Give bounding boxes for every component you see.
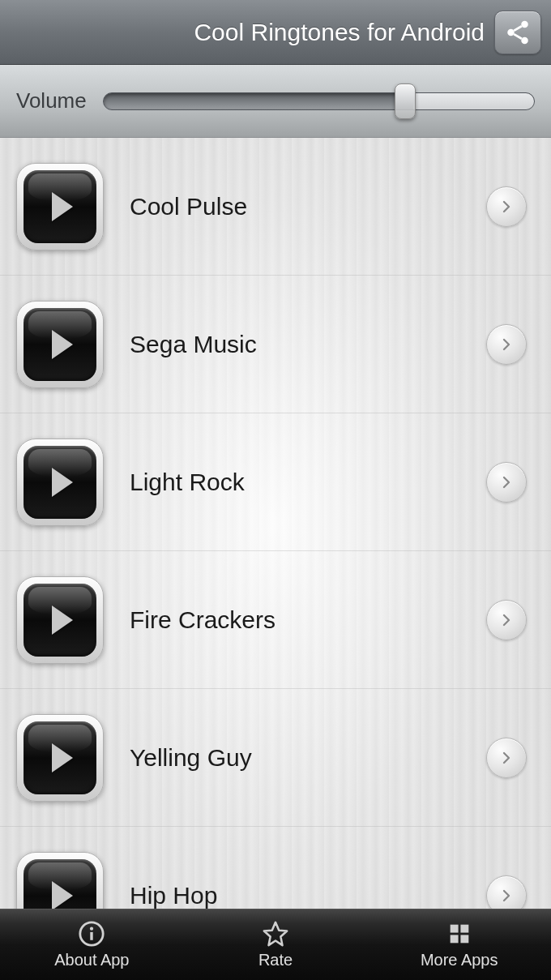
play-button[interactable]	[16, 576, 104, 664]
volume-panel: Volume	[0, 65, 551, 138]
bottom-nav: About App Rate More Apps	[0, 909, 551, 980]
ringtone-label: Cool Pulse	[130, 193, 460, 220]
ringtone-list: Cool Pulse Sega Music Light Rock Fire Cr…	[0, 138, 551, 909]
nav-label: About App	[54, 951, 129, 969]
detail-button[interactable]	[486, 324, 527, 365]
chevron-right-icon	[499, 475, 514, 490]
svg-rect-9	[460, 935, 468, 943]
play-button[interactable]	[16, 852, 104, 909]
play-icon	[23, 308, 96, 381]
svg-rect-7	[460, 925, 468, 933]
list-item: Fire Crackers	[0, 551, 551, 689]
info-icon	[78, 920, 105, 948]
detail-button[interactable]	[486, 875, 527, 909]
play-button[interactable]	[16, 439, 104, 526]
detail-button[interactable]	[486, 738, 527, 778]
svg-rect-8	[450, 935, 458, 943]
grid-icon	[446, 920, 473, 948]
play-icon	[23, 721, 96, 794]
nav-rate[interactable]: Rate	[184, 920, 368, 969]
play-button[interactable]	[16, 714, 104, 802]
ringtone-label: Hip Hop	[130, 882, 460, 909]
chevron-right-icon	[499, 751, 514, 765]
ringtone-label: Light Rock	[130, 469, 460, 496]
play-button[interactable]	[16, 163, 104, 250]
volume-label: Volume	[16, 88, 87, 113]
volume-slider[interactable]	[103, 90, 535, 113]
star-icon	[262, 920, 289, 948]
list-item: Hip Hop	[0, 827, 551, 909]
play-button[interactable]	[16, 301, 104, 388]
nav-label: Rate	[258, 951, 293, 969]
list-item: Light Rock	[0, 413, 551, 551]
slider-unfilled	[413, 93, 534, 109]
play-icon	[23, 170, 96, 243]
list-item: Cool Pulse	[0, 138, 551, 276]
chevron-right-icon	[499, 337, 514, 352]
detail-button[interactable]	[486, 462, 527, 503]
svg-point-1	[507, 28, 515, 36]
list-item: Sega Music	[0, 276, 551, 413]
svg-rect-5	[91, 932, 93, 940]
slider-track	[103, 92, 535, 110]
share-button[interactable]	[494, 11, 541, 54]
header-bar: Cool Ringtones for Android	[0, 0, 551, 65]
play-icon	[23, 584, 96, 657]
chevron-right-icon	[499, 199, 514, 214]
detail-button[interactable]	[486, 600, 527, 640]
nav-more-apps[interactable]: More Apps	[367, 920, 551, 969]
chevron-right-icon	[499, 888, 514, 903]
ringtone-label: Yelling Guy	[130, 744, 460, 772]
slider-thumb[interactable]	[395, 83, 416, 119]
play-icon	[23, 446, 96, 519]
nav-about-app[interactable]: About App	[0, 920, 184, 969]
detail-button[interactable]	[486, 186, 527, 227]
svg-point-0	[521, 20, 528, 27]
share-icon	[504, 19, 532, 46]
nav-label: More Apps	[421, 951, 498, 969]
list-item: Yelling Guy	[0, 689, 551, 827]
ringtone-label: Fire Crackers	[130, 606, 460, 634]
play-icon	[23, 859, 96, 909]
svg-point-4	[90, 927, 93, 931]
app-title: Cool Ringtones for Android	[194, 19, 485, 46]
chevron-right-icon	[499, 613, 514, 627]
svg-point-2	[521, 36, 528, 44]
svg-rect-6	[450, 925, 458, 933]
ringtone-label: Sega Music	[130, 331, 460, 358]
